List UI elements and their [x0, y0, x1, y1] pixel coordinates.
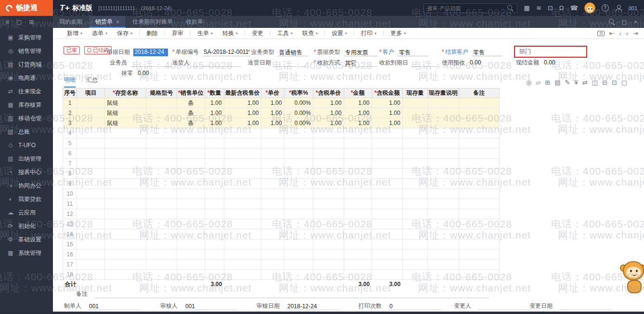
cell-seq[interactable]: 6: [63, 149, 77, 159]
cell-note[interactable]: [459, 189, 499, 199]
cell-note[interactable]: [459, 128, 499, 138]
cell-latest_price[interactable]: [224, 199, 261, 209]
biz-type-field[interactable]: 业务类型 普通销售: [248, 48, 309, 56]
cell-qty[interactable]: [205, 239, 224, 250]
cell-stock_note[interactable]: [427, 219, 459, 229]
cell-note[interactable]: [459, 138, 499, 149]
cell-latest_price[interactable]: [224, 209, 261, 219]
cell-project[interactable]: [77, 179, 105, 189]
cell-tax_price[interactable]: [313, 250, 344, 260]
cell-qty[interactable]: [205, 250, 224, 260]
cell-stock[interactable]: [402, 219, 427, 229]
cell-tax_price[interactable]: [313, 149, 344, 159]
cell-tax_rate[interactable]: [284, 260, 313, 270]
cell-price[interactable]: [261, 229, 284, 239]
cell-spec[interactable]: [146, 108, 177, 118]
delivery-date-field[interactable]: 送货日期: [248, 59, 305, 67]
cell-amount[interactable]: 1.00: [344, 118, 372, 128]
cell-tax_amount[interactable]: [372, 270, 402, 280]
cell-amount[interactable]: [344, 250, 372, 260]
cell-tax_price[interactable]: [313, 239, 344, 250]
cell-item_name[interactable]: [105, 250, 146, 260]
cell-unit[interactable]: [177, 189, 205, 199]
cell-price[interactable]: [261, 128, 284, 138]
cell-latest_price[interactable]: [224, 219, 261, 229]
cell-seq[interactable]: 12: [63, 209, 77, 219]
tab-period-statement[interactable]: 往来期间对账单: [126, 16, 180, 28]
cell-item_name[interactable]: 鼠链: [105, 98, 146, 108]
cell-note[interactable]: [459, 219, 499, 229]
cell-latest_price[interactable]: [224, 260, 261, 270]
delivery-date-value[interactable]: [274, 59, 305, 67]
cell-latest_price[interactable]: [224, 250, 261, 260]
cell-tax_rate[interactable]: [284, 239, 313, 250]
monitor-icon[interactable]: ⊡: [548, 5, 553, 11]
cell-spec[interactable]: [146, 189, 177, 199]
cell-tax_amount[interactable]: [372, 209, 402, 219]
cell-price[interactable]: [261, 179, 284, 189]
cell-price[interactable]: [261, 138, 284, 149]
table-row[interactable]: 12: [63, 209, 500, 219]
cell-spec[interactable]: [146, 169, 177, 179]
cell-unit[interactable]: [177, 179, 205, 189]
table-row[interactable]: 6: [63, 149, 500, 159]
cell-project[interactable]: [77, 209, 105, 219]
cell-latest_price[interactable]: [224, 128, 261, 138]
sidebar-item-system-management[interactable]: ▩系统管理: [0, 246, 53, 260]
cell-item_name[interactable]: [105, 199, 146, 209]
cell-tax_price[interactable]: [313, 159, 344, 169]
cell-amount[interactable]: [344, 239, 372, 250]
cell-stock[interactable]: [402, 179, 427, 189]
cell-project[interactable]: [77, 239, 105, 250]
cell-spec[interactable]: [146, 179, 177, 189]
cell-qty[interactable]: [205, 229, 224, 239]
cell-spec[interactable]: [146, 149, 177, 159]
footer-field-value[interactable]: 001: [184, 303, 237, 310]
sidebar-item-loan[interactable]: ◐我要贷款: [0, 192, 53, 206]
product-search[interactable]: [424, 3, 517, 13]
cell-tax_price[interactable]: [313, 199, 344, 209]
cell-tax_price[interactable]: [313, 209, 344, 219]
cell-note[interactable]: [459, 239, 499, 250]
cell-spec[interactable]: [146, 98, 177, 108]
cell-price[interactable]: [261, 169, 284, 179]
cell-note[interactable]: [459, 209, 499, 219]
cell-tax_rate[interactable]: 0.00%: [284, 118, 313, 128]
sidebar-item-purchase[interactable]: ▣采购管理: [0, 31, 53, 44]
cell-note[interactable]: [459, 199, 499, 209]
cell-latest_price[interactable]: [224, 179, 261, 189]
cell-item_name[interactable]: [105, 128, 146, 138]
cell-project[interactable]: [77, 169, 105, 179]
table-row[interactable]: 5: [63, 138, 500, 149]
use-prepaid-field[interactable]: 使用预收 0.00: [442, 59, 483, 67]
table-row[interactable]: 10: [63, 189, 500, 199]
remark-value[interactable]: [95, 291, 489, 298]
toolbar-button-unaudit[interactable]: 弃审: [167, 29, 188, 38]
table-row[interactable]: 11: [63, 199, 500, 209]
table-row[interactable]: 8: [63, 169, 500, 179]
cell-item_name[interactable]: [105, 169, 146, 179]
use-prepaid-value[interactable]: 0.00: [468, 59, 483, 67]
cell-price[interactable]: [261, 250, 284, 260]
cell-seq[interactable]: 1: [63, 98, 77, 108]
cell-latest_price[interactable]: [224, 149, 261, 159]
cell-stock[interactable]: [402, 108, 427, 118]
cell-note[interactable]: [459, 179, 499, 189]
table-row[interactable]: 14: [63, 229, 500, 239]
cell-unit[interactable]: [177, 199, 205, 209]
cell-stock_note[interactable]: [427, 138, 459, 149]
locate-icon[interactable]: ◎: [526, 79, 531, 86]
cell-price[interactable]: [261, 189, 284, 199]
toolbar-button-new[interactable]: 新增▾: [63, 29, 87, 38]
customer-value[interactable]: 零售: [398, 49, 428, 56]
cell-stock_note[interactable]: [427, 118, 459, 128]
cell-amount[interactable]: [344, 270, 372, 280]
cell-seq[interactable]: 10: [63, 189, 77, 199]
sidebar-item-sales[interactable]: ◎销售管理: [0, 44, 53, 58]
cell-amount[interactable]: [344, 189, 372, 199]
cell-qty[interactable]: [205, 179, 224, 189]
cell-project[interactable]: [77, 229, 105, 239]
cell-project[interactable]: [77, 199, 105, 209]
sidebar-item-collaboration[interactable]: ◑协同办公: [0, 179, 53, 192]
cell-stock[interactable]: [402, 169, 427, 179]
